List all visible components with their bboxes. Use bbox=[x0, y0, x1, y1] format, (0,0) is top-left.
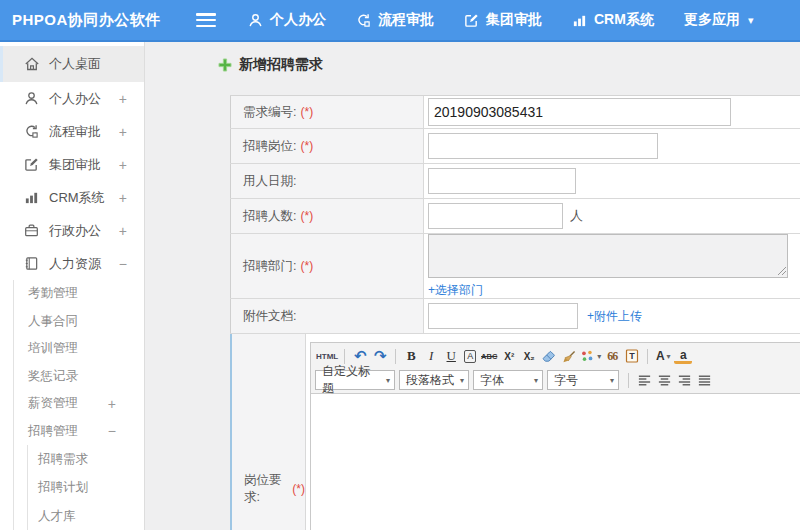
field-label: 需求编号: bbox=[243, 104, 296, 121]
quick-format-button[interactable]: A bbox=[464, 350, 476, 363]
person-icon bbox=[24, 91, 40, 107]
select-label: 字号 bbox=[554, 372, 578, 389]
font-color-letter: A bbox=[656, 349, 665, 363]
sidebar-label: 招聘需求 bbox=[38, 451, 88, 468]
hr-submenu: 考勤管理 人事合同 培训管理 奖惩记录 薪资管理+ 招聘管理− 招聘需求 招聘计… bbox=[13, 280, 144, 530]
blockquote-button[interactable]: 66 bbox=[603, 346, 621, 366]
sidebar-item-talent-pool[interactable]: 人才库 bbox=[28, 502, 144, 530]
editor-toolbar: HTML ↶ ↷ B I U A ABC X² X₂ bbox=[311, 343, 800, 394]
recruitment-submenu: 招聘需求 招聘计划 人才库 bbox=[27, 445, 144, 530]
align-justify-icon[interactable] bbox=[695, 370, 713, 390]
caret-down-icon: ▾ bbox=[460, 376, 464, 385]
attachment-input[interactable] bbox=[428, 303, 578, 329]
headcount-input[interactable] bbox=[428, 203, 563, 229]
form-row-position: 招聘岗位:(*) bbox=[230, 129, 800, 164]
select-label: 自定义标题 bbox=[322, 363, 380, 397]
italic-button[interactable]: I bbox=[422, 346, 440, 366]
page-title: 新增招聘需求 bbox=[218, 56, 323, 74]
demand-code-input[interactable] bbox=[428, 98, 731, 126]
sidebar-item-salary[interactable]: 薪资管理+ bbox=[14, 390, 144, 418]
required-mark: (*) bbox=[300, 105, 313, 119]
required-mark: (*) bbox=[300, 259, 313, 273]
select-label: 字体 bbox=[480, 372, 504, 389]
expand-plus-icon[interactable]: + bbox=[108, 396, 116, 412]
sidebar-item-recruit-demand[interactable]: 招聘需求 bbox=[28, 445, 144, 474]
briefcase-icon bbox=[24, 223, 40, 239]
align-left-icon[interactable] bbox=[635, 370, 653, 390]
nav-label: CRM系统 bbox=[594, 11, 654, 29]
collapse-minus-icon[interactable]: − bbox=[119, 256, 127, 272]
sidebar-item-personal-office[interactable]: 个人办公 + bbox=[0, 82, 144, 115]
subscript-button[interactable]: X₂ bbox=[520, 346, 538, 366]
sidebar-item-training[interactable]: 培训管理 bbox=[14, 335, 144, 363]
sidebar-label: 个人办公 bbox=[49, 90, 101, 108]
sidebar-item-hr[interactable]: 人力资源 − bbox=[0, 247, 144, 280]
format-brush-icon[interactable] bbox=[560, 346, 578, 366]
hire-date-input[interactable] bbox=[428, 168, 576, 194]
field-label: 招聘岗位: bbox=[243, 138, 296, 155]
align-right-icon[interactable] bbox=[675, 370, 693, 390]
expand-plus-icon[interactable]: + bbox=[119, 190, 127, 206]
font-color-button[interactable]: A▾ bbox=[654, 346, 672, 366]
resize-handle-icon[interactable] bbox=[778, 267, 786, 275]
position-input[interactable] bbox=[428, 133, 658, 159]
font-family-select[interactable]: 字体▾ bbox=[473, 370, 543, 390]
upload-attachment-link[interactable]: +附件上传 bbox=[587, 308, 642, 325]
sidebar-item-admin-office[interactable]: 行政办公 + bbox=[0, 214, 144, 247]
hamburger-menu-icon[interactable] bbox=[196, 13, 216, 27]
expand-plus-icon[interactable]: + bbox=[119, 223, 127, 239]
sidebar-item-crm[interactable]: CRM系统 + bbox=[0, 181, 144, 214]
bold-button[interactable]: B bbox=[402, 346, 420, 366]
select-department-link[interactable]: +选择部门 bbox=[428, 282, 483, 299]
font-size-select[interactable]: 字号▾ bbox=[547, 370, 619, 390]
form-row-requirement: 岗位要求:(*) HTML ↶ ↷ B I U A bbox=[230, 334, 800, 530]
sidebar-item-rewards[interactable]: 奖惩记录 bbox=[14, 363, 144, 391]
nav-workflow-approval[interactable]: 流程审批 bbox=[356, 11, 434, 29]
custom-title-select[interactable]: 自定义标题▾ bbox=[315, 370, 395, 390]
sidebar-label: 人力资源 bbox=[49, 255, 101, 273]
paste-clipboard-icon[interactable]: T bbox=[623, 346, 641, 366]
department-textarea[interactable] bbox=[428, 234, 788, 278]
sidebar-item-attendance[interactable]: 考勤管理 bbox=[14, 280, 144, 308]
sidebar-label: 薪资管理 bbox=[28, 395, 78, 412]
select-label: 段落格式 bbox=[406, 372, 454, 389]
book-icon bbox=[24, 256, 40, 272]
align-center-icon[interactable] bbox=[655, 370, 673, 390]
strikethrough-button[interactable]: ABC bbox=[480, 346, 498, 366]
editor-content-area[interactable] bbox=[311, 394, 800, 530]
color-palette-icon[interactable]: ▾ bbox=[580, 346, 601, 366]
sidebar-label: 招聘计划 bbox=[38, 479, 88, 496]
form-row-count: 招聘人数:(*) 人 bbox=[230, 199, 800, 234]
sidebar-item-workflow-approval[interactable]: 流程审批 + bbox=[0, 115, 144, 148]
sidebar-label: 集团审批 bbox=[49, 156, 101, 174]
highlight-color-button[interactable]: a bbox=[674, 349, 692, 364]
sidebar-label: 个人桌面 bbox=[49, 55, 101, 73]
paragraph-format-select[interactable]: 段落格式▾ bbox=[399, 370, 469, 390]
expand-plus-icon[interactable]: + bbox=[119, 91, 127, 107]
nav-more-apps[interactable]: 更多应用 ▾ bbox=[684, 11, 754, 29]
underline-button[interactable]: U bbox=[442, 346, 460, 366]
collapse-minus-icon[interactable]: − bbox=[108, 423, 116, 439]
field-label: 用人日期: bbox=[243, 173, 296, 190]
expand-plus-icon[interactable]: + bbox=[119, 124, 127, 140]
bar-chart-icon bbox=[24, 190, 40, 206]
sidebar-item-group-approval[interactable]: 集团审批 + bbox=[0, 148, 144, 181]
sidebar-item-hr-contract[interactable]: 人事合同 bbox=[14, 308, 144, 336]
sidebar-item-desktop[interactable]: 个人桌面 bbox=[0, 46, 144, 82]
nav-personal-office[interactable]: 个人办公 bbox=[248, 11, 326, 29]
rich-text-editor: HTML ↶ ↷ B I U A ABC X² X₂ bbox=[310, 342, 800, 530]
superscript-button[interactable]: X² bbox=[500, 346, 518, 366]
expand-plus-icon[interactable]: + bbox=[119, 157, 127, 173]
remove-format-eraser-icon[interactable] bbox=[540, 346, 558, 366]
sidebar-item-recruit-plan[interactable]: 招聘计划 bbox=[28, 474, 144, 503]
nav-group-approval[interactable]: 集团审批 bbox=[464, 11, 542, 29]
sidebar-item-recruitment[interactable]: 招聘管理− bbox=[14, 418, 144, 446]
form-row-date: 用人日期: bbox=[230, 164, 800, 199]
caret-down-icon: ▾ bbox=[597, 352, 601, 361]
field-label: 招聘部门: bbox=[243, 258, 296, 275]
svg-text:T: T bbox=[630, 351, 636, 361]
toolbar-separator bbox=[344, 349, 345, 364]
home-icon bbox=[24, 56, 40, 72]
nav-crm-system[interactable]: CRM系统 bbox=[572, 11, 654, 29]
editor-toolbar-row-1: HTML ↶ ↷ B I U A ABC X² X₂ bbox=[315, 344, 800, 368]
